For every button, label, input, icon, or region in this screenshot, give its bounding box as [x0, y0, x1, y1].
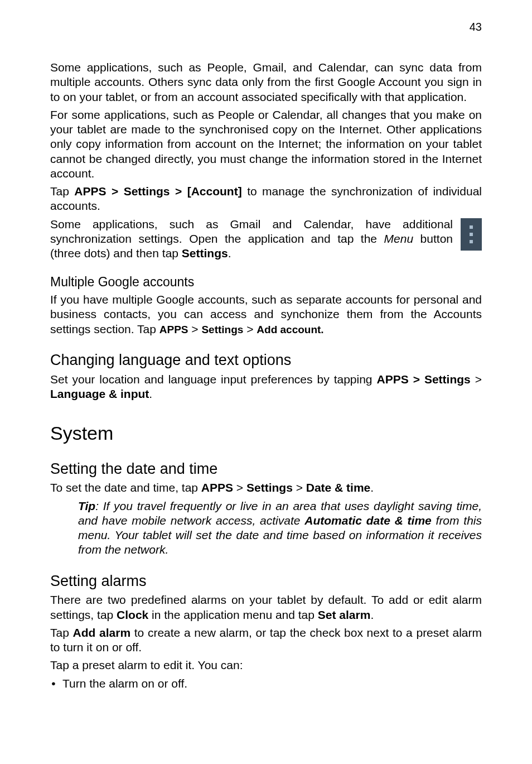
heading-setting-date-time: Setting the date and time: [50, 460, 482, 479]
page-content: Some applications, such as People, Gmail…: [50, 60, 482, 691]
svg-rect-2: [470, 240, 473, 243]
bullet-dot-icon: •: [50, 676, 57, 691]
document-page: 43 Some applications, such as People, Gm…: [0, 0, 532, 764]
text: >: [471, 373, 482, 386]
paragraph-alarms-intro: There are two predefined alarms on your …: [50, 593, 482, 622]
bullet-item: • Turn the alarm on or off.: [50, 676, 482, 691]
bold-settings2: Settings: [246, 481, 293, 494]
bold-clock: Clock: [117, 608, 148, 621]
paragraph-tap-accounts: Tap APPS > Settings > [Account] to manag…: [50, 184, 482, 214]
bold-language-input: Language & input: [50, 387, 149, 400]
paragraph-language-input: Set your location and language input pre…: [50, 372, 482, 402]
bold-settings-small: Settings: [201, 324, 243, 335]
page-number: 43: [470, 20, 482, 34]
paragraph-add-alarm: Tap Add alarm to create a new alarm, or …: [50, 626, 482, 655]
bold-apps2: APPS: [201, 481, 233, 494]
bold-path-accounts: APPS > Settings > [Account]: [74, 185, 241, 198]
heading-system: System: [50, 421, 482, 445]
paragraph-intro-1: Some applications, such as People, Gmail…: [50, 60, 482, 104]
tip-label: Tip: [78, 499, 95, 512]
svg-rect-0: [470, 225, 473, 229]
text: To set the date and time, tap: [50, 481, 201, 494]
text: .: [149, 387, 152, 400]
tip-block: Tip: If you travel frequently or live in…: [78, 499, 482, 558]
bold-auto-date-time: Automatic date & time: [304, 514, 432, 527]
text: in the application menu and tap: [148, 608, 318, 621]
text: Set your location and language input pre…: [50, 373, 377, 386]
paragraph-with-menu-icon: Some applications, such as Gmail and Cal…: [50, 217, 482, 261]
paragraph-menu-settings: Some applications, such as Gmail and Cal…: [50, 217, 453, 261]
italic-menu: Menu: [384, 232, 414, 245]
text: .: [370, 608, 374, 621]
bold-settings: Settings: [182, 247, 228, 260]
bold-add-alarm: Add alarm: [73, 626, 131, 639]
paragraph-date-time: To set the date and time, tap APPS > Set…: [50, 480, 482, 495]
paragraph-intro-2: For some applications, such as People or…: [50, 108, 482, 181]
paragraph-multiple-accounts: If you have multiple Google accounts, su…: [50, 292, 482, 337]
svg-rect-1: [470, 233, 473, 236]
text: >: [293, 481, 306, 494]
bold-apps: APPS: [159, 324, 188, 335]
text: >: [233, 481, 246, 494]
text: Tap: [50, 185, 74, 198]
bullet-text: Turn the alarm on or off.: [62, 676, 187, 691]
text: .: [370, 481, 374, 494]
bold-set-alarm: Set alarm: [318, 608, 371, 621]
text: .: [228, 247, 231, 260]
heading-multiple-google-accounts: Multiple Google accounts: [50, 274, 482, 290]
heading-changing-language: Changing language and text options: [50, 351, 482, 370]
text: >: [188, 323, 201, 335]
heading-setting-alarms: Setting alarms: [50, 572, 482, 591]
menu-three-dots-icon: [461, 218, 482, 251]
paragraph-edit-alarm: Tap a preset alarm to edit it. You can:: [50, 658, 482, 672]
text: >: [243, 323, 257, 335]
bold-date-time: Date & time: [306, 481, 371, 494]
text: Tap: [50, 626, 73, 639]
bold-apps-settings: APPS > Settings: [377, 373, 471, 386]
bold-add-account: Add account.: [257, 324, 323, 335]
